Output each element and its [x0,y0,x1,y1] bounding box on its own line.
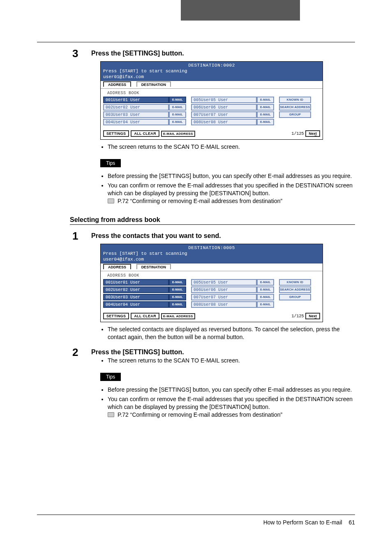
settings-button[interactable]: SETTINGS [103,313,129,319]
tips-tag: Tips [100,373,121,381]
contact-entry[interactable]: 002User02 User [103,104,169,111]
email-chip[interactable]: E-MAIL [257,119,274,125]
email-chip[interactable]: E-MAIL [169,294,186,300]
contact-entry[interactable]: 001User01 User [103,279,169,286]
tab-destination[interactable]: DESTINATION [136,81,171,87]
lcd-panel-b: DESTINATION:0005 Press [START] to start … [100,244,323,322]
all-clear-button[interactable]: ALL CLEAR [131,130,159,137]
contact-entry[interactable]: 004User04 User [103,301,169,308]
side-known_id-button[interactable]: KNOWN ID [279,279,311,286]
tip-1: Before pressing the [SETTINGS] button, y… [108,386,355,394]
step-number: 1 [72,230,78,242]
panel-header: DESTINATION:0002 Press [START] to start … [101,62,323,81]
contact-entry[interactable]: 001User01 User [103,97,169,103]
start-hint: Press [START] to start scanning [103,68,320,74]
s2-step-1: 1 Press the contacts that you want to se… [37,232,355,341]
tab-destination[interactable]: DESTINATION [136,264,171,269]
email-chip[interactable]: E-MAIL [169,286,186,293]
tab-bar: ADDRESS DESTINATION [101,81,323,89]
email-chip[interactable]: E-MAIL [169,104,186,111]
email-chip[interactable]: E-MAIL [257,279,274,286]
pager-text: 1/125 [291,314,304,319]
tip-2: You can confirm or remove the E-mail add… [108,395,355,419]
next-button[interactable]: Next [305,130,320,137]
book-icon [108,199,114,203]
section-rule [70,224,355,225]
settings-button[interactable]: SETTINGS [103,130,129,137]
header-rule [37,42,355,42]
side-search_address-button[interactable]: SEARCH ADDRESS [279,286,311,293]
all-clear-button[interactable]: ALL CLEAR [131,313,159,319]
contact-entry[interactable]: 004User04 User [103,119,169,125]
destination-count: DESTINATION:0005 [103,245,320,251]
address-book-label: ADDRESS BOOK [103,273,320,279]
next-button[interactable]: Next [305,313,320,319]
panel-footer: SETTINGS ALL CLEAR E-MAIL ADDRESS 1/125 … [101,128,323,139]
header-dark-block [181,0,300,21]
email-chip[interactable]: E-MAIL [169,301,186,308]
step-number: 3 [72,47,78,60]
side-group-button[interactable]: GROUP [279,111,311,118]
contact-entry[interactable]: 006User06 User [191,104,257,111]
contact-entry[interactable]: 006User06 User [191,286,257,293]
lcd-panel-a: DESTINATION:0002 Press [START] to start … [100,61,323,140]
address-grid: 001User01 UserE-MAIL005User05 UserE-MAIL… [103,97,320,125]
contact-entry[interactable]: 007User07 User [191,294,257,300]
email-chip[interactable]: E-MAIL [169,111,186,118]
email-chip[interactable]: E-MAIL [257,97,274,103]
email-address-button[interactable]: E-MAIL ADDRESS [161,131,195,137]
page-top-band [0,0,392,21]
email-address-button[interactable]: E-MAIL ADDRESS [161,313,195,319]
current-user-line: user01@ifax.com [103,74,320,80]
current-user-line: user04@ifax.com [103,256,320,262]
contact-entry[interactable]: 008User08 User [191,301,257,308]
email-chip[interactable]: E-MAIL [169,279,186,286]
pager-text: 1/125 [291,132,304,136]
address-book-label: ADDRESS BOOK [103,90,320,97]
contact-entry[interactable]: 003User03 User [103,111,169,118]
email-chip[interactable]: E-MAIL [169,97,186,103]
contact-entry[interactable]: 005User05 User [191,279,257,286]
contact-entry[interactable]: 008User08 User [191,119,257,125]
step-number: 2 [72,346,78,359]
side-search_address-button[interactable]: SEARCH ADDRESS [279,104,311,111]
address-grid: 001User01 UserE-MAIL005User05 UserE-MAIL… [103,279,320,308]
panel-footer: SETTINGS ALL CLEAR E-MAIL ADDRESS 1/125 … [101,310,323,322]
tip-1: Before pressing the [SETTINGS] button, y… [108,172,355,180]
tab-address[interactable]: ADDRESS [103,81,131,87]
step-title: Press the contacts that you want to send… [91,232,355,240]
destination-count: DESTINATION:0002 [103,62,320,68]
step-3: 3 Press the [SETTINGS] button. DESTINATI… [37,50,355,205]
section-title: Selecting from address book [70,216,355,224]
tips-tag: Tips [100,159,121,167]
tab-bar: ADDRESS DESTINATION [101,263,323,271]
s2-step-2: 2 Press the [SETTINGS] button. The scree… [37,349,355,418]
contact-entry[interactable]: 002User02 User [103,286,169,293]
bullet-selected: The selected contacts are displayed as r… [108,325,355,341]
email-chip[interactable]: E-MAIL [169,119,186,125]
side-group-button[interactable]: GROUP [279,294,311,300]
bullet-return: The screen returns to the SCAN TO E-MAIL… [108,357,355,365]
email-chip[interactable]: E-MAIL [257,104,274,111]
side-known_id-button[interactable]: KNOWN ID [279,97,311,103]
email-chip[interactable]: E-MAIL [257,286,274,293]
email-chip[interactable]: E-MAIL [257,294,274,300]
contact-entry[interactable]: 003User03 User [103,294,169,300]
bullet-return: The screen returns to the SCAN TO E-MAIL… [108,143,355,151]
book-icon [108,412,114,417]
step-title: Press the [SETTINGS] button. [91,349,355,356]
panel-header: DESTINATION:0005 Press [START] to start … [101,244,323,263]
tip-2: You can confirm or remove the E-mail add… [108,182,355,205]
contact-entry[interactable]: 007User07 User [191,111,257,118]
step-title: Press the [SETTINGS] button. [91,50,355,57]
contact-entry[interactable]: 005User05 User [191,97,257,103]
email-chip[interactable]: E-MAIL [257,111,274,118]
tab-address[interactable]: ADDRESS [103,264,131,269]
start-hint: Press [START] to start scanning [103,251,320,256]
email-chip[interactable]: E-MAIL [257,301,274,308]
